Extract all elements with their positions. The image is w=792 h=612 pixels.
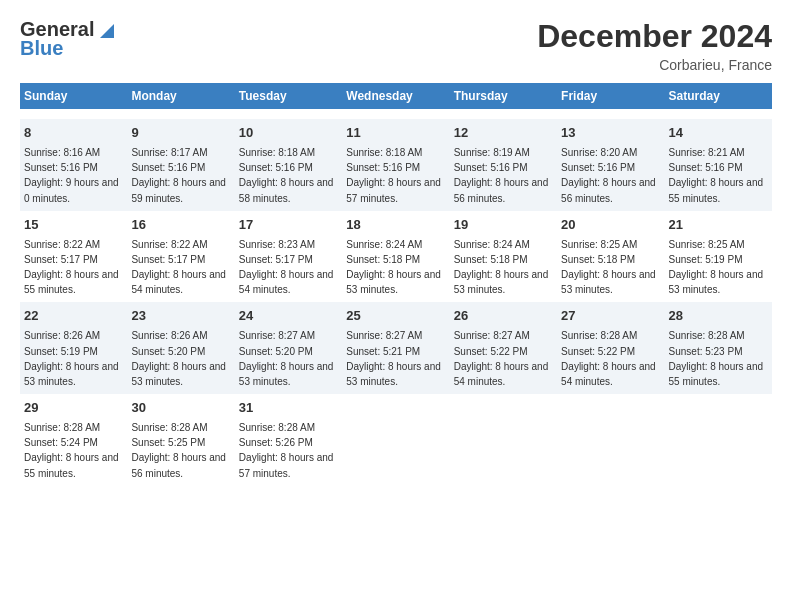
table-row	[557, 109, 664, 119]
day-number: 17	[239, 216, 338, 235]
header-tuesday: Tuesday	[235, 83, 342, 109]
table-row: 14Sunrise: 8:21 AMSunset: 5:16 PMDayligh…	[665, 119, 772, 211]
day-info: Sunrise: 8:24 AMSunset: 5:18 PMDaylight:…	[346, 239, 441, 296]
table-row: 20Sunrise: 8:25 AMSunset: 5:18 PMDayligh…	[557, 211, 664, 303]
table-row: 26Sunrise: 8:27 AMSunset: 5:22 PMDayligh…	[450, 302, 557, 394]
day-info: Sunrise: 8:24 AMSunset: 5:18 PMDaylight:…	[454, 239, 549, 296]
day-number: 11	[346, 124, 445, 143]
day-number: 27	[561, 307, 660, 326]
logo-blue: Blue	[20, 37, 63, 60]
title-area: December 2024 Corbarieu, France	[537, 18, 772, 73]
day-number: 20	[561, 216, 660, 235]
day-info: Sunrise: 8:28 AMSunset: 5:26 PMDaylight:…	[239, 422, 334, 479]
svg-marker-0	[100, 24, 114, 38]
table-row	[20, 109, 127, 119]
header-wednesday: Wednesday	[342, 83, 449, 109]
table-row: 30Sunrise: 8:28 AMSunset: 5:25 PMDayligh…	[127, 394, 234, 486]
day-info: Sunrise: 8:27 AMSunset: 5:20 PMDaylight:…	[239, 330, 334, 387]
table-row: 13Sunrise: 8:20 AMSunset: 5:16 PMDayligh…	[557, 119, 664, 211]
day-info: Sunrise: 8:26 AMSunset: 5:20 PMDaylight:…	[131, 330, 226, 387]
header-sunday: Sunday	[20, 83, 127, 109]
header-thursday: Thursday	[450, 83, 557, 109]
header-friday: Friday	[557, 83, 664, 109]
day-number: 21	[669, 216, 768, 235]
table-row: 16Sunrise: 8:22 AMSunset: 5:17 PMDayligh…	[127, 211, 234, 303]
calendar-week-2: 8Sunrise: 8:16 AMSunset: 5:16 PMDaylight…	[20, 119, 772, 211]
table-row	[450, 109, 557, 119]
table-row: 31Sunrise: 8:28 AMSunset: 5:26 PMDayligh…	[235, 394, 342, 486]
day-number: 31	[239, 399, 338, 418]
logo: General Blue	[20, 18, 114, 60]
day-info: Sunrise: 8:18 AMSunset: 5:16 PMDaylight:…	[346, 147, 441, 204]
day-info: Sunrise: 8:25 AMSunset: 5:19 PMDaylight:…	[669, 239, 764, 296]
day-info: Sunrise: 8:16 AMSunset: 5:16 PMDaylight:…	[24, 147, 119, 204]
table-row: 22Sunrise: 8:26 AMSunset: 5:19 PMDayligh…	[20, 302, 127, 394]
table-row: 27Sunrise: 8:28 AMSunset: 5:22 PMDayligh…	[557, 302, 664, 394]
day-number: 29	[24, 399, 123, 418]
day-number: 26	[454, 307, 553, 326]
day-info: Sunrise: 8:28 AMSunset: 5:23 PMDaylight:…	[669, 330, 764, 387]
table-row	[450, 394, 557, 486]
day-number: 28	[669, 307, 768, 326]
day-info: Sunrise: 8:20 AMSunset: 5:16 PMDaylight:…	[561, 147, 656, 204]
table-row: 24Sunrise: 8:27 AMSunset: 5:20 PMDayligh…	[235, 302, 342, 394]
day-number: 23	[131, 307, 230, 326]
table-row	[235, 109, 342, 119]
day-info: Sunrise: 8:26 AMSunset: 5:19 PMDaylight:…	[24, 330, 119, 387]
day-number: 13	[561, 124, 660, 143]
calendar-body: 8Sunrise: 8:16 AMSunset: 5:16 PMDaylight…	[20, 109, 772, 486]
table-row: 10Sunrise: 8:18 AMSunset: 5:16 PMDayligh…	[235, 119, 342, 211]
day-number: 12	[454, 124, 553, 143]
table-row: 11Sunrise: 8:18 AMSunset: 5:16 PMDayligh…	[342, 119, 449, 211]
table-row	[127, 109, 234, 119]
day-number: 19	[454, 216, 553, 235]
table-row: 12Sunrise: 8:19 AMSunset: 5:16 PMDayligh…	[450, 119, 557, 211]
header: General Blue December 2024 Corbarieu, Fr…	[20, 18, 772, 73]
table-row: 15Sunrise: 8:22 AMSunset: 5:17 PMDayligh…	[20, 211, 127, 303]
calendar-header: Sunday Monday Tuesday Wednesday Thursday…	[20, 83, 772, 109]
day-number: 25	[346, 307, 445, 326]
day-number: 30	[131, 399, 230, 418]
day-number: 22	[24, 307, 123, 326]
day-number: 18	[346, 216, 445, 235]
table-row: 23Sunrise: 8:26 AMSunset: 5:20 PMDayligh…	[127, 302, 234, 394]
table-row: 25Sunrise: 8:27 AMSunset: 5:21 PMDayligh…	[342, 302, 449, 394]
day-info: Sunrise: 8:27 AMSunset: 5:22 PMDaylight:…	[454, 330, 549, 387]
table-row	[342, 394, 449, 486]
table-row: 19Sunrise: 8:24 AMSunset: 5:18 PMDayligh…	[450, 211, 557, 303]
table-row: 18Sunrise: 8:24 AMSunset: 5:18 PMDayligh…	[342, 211, 449, 303]
day-number: 9	[131, 124, 230, 143]
day-info: Sunrise: 8:23 AMSunset: 5:17 PMDaylight:…	[239, 239, 334, 296]
day-info: Sunrise: 8:22 AMSunset: 5:17 PMDaylight:…	[131, 239, 226, 296]
table-row: 28Sunrise: 8:28 AMSunset: 5:23 PMDayligh…	[665, 302, 772, 394]
day-info: Sunrise: 8:19 AMSunset: 5:16 PMDaylight:…	[454, 147, 549, 204]
day-info: Sunrise: 8:28 AMSunset: 5:24 PMDaylight:…	[24, 422, 119, 479]
day-number: 10	[239, 124, 338, 143]
header-row: Sunday Monday Tuesday Wednesday Thursday…	[20, 83, 772, 109]
table-row	[342, 109, 449, 119]
calendar-week-1	[20, 109, 772, 119]
table-row: 17Sunrise: 8:23 AMSunset: 5:17 PMDayligh…	[235, 211, 342, 303]
day-number: 14	[669, 124, 768, 143]
page: General Blue December 2024 Corbarieu, Fr…	[0, 0, 792, 496]
calendar-week-5: 29Sunrise: 8:28 AMSunset: 5:24 PMDayligh…	[20, 394, 772, 486]
location: Corbarieu, France	[537, 57, 772, 73]
table-row	[665, 394, 772, 486]
day-number: 24	[239, 307, 338, 326]
calendar-week-3: 15Sunrise: 8:22 AMSunset: 5:17 PMDayligh…	[20, 211, 772, 303]
month-title: December 2024	[537, 18, 772, 55]
logo-arrow-icon	[96, 20, 114, 38]
table-row: 21Sunrise: 8:25 AMSunset: 5:19 PMDayligh…	[665, 211, 772, 303]
day-info: Sunrise: 8:18 AMSunset: 5:16 PMDaylight:…	[239, 147, 334, 204]
day-info: Sunrise: 8:27 AMSunset: 5:21 PMDaylight:…	[346, 330, 441, 387]
day-info: Sunrise: 8:21 AMSunset: 5:16 PMDaylight:…	[669, 147, 764, 204]
day-info: Sunrise: 8:25 AMSunset: 5:18 PMDaylight:…	[561, 239, 656, 296]
header-monday: Monday	[127, 83, 234, 109]
calendar-week-4: 22Sunrise: 8:26 AMSunset: 5:19 PMDayligh…	[20, 302, 772, 394]
day-info: Sunrise: 8:28 AMSunset: 5:22 PMDaylight:…	[561, 330, 656, 387]
day-number: 15	[24, 216, 123, 235]
table-row: 8Sunrise: 8:16 AMSunset: 5:16 PMDaylight…	[20, 119, 127, 211]
table-row	[665, 109, 772, 119]
day-number: 16	[131, 216, 230, 235]
day-info: Sunrise: 8:22 AMSunset: 5:17 PMDaylight:…	[24, 239, 119, 296]
